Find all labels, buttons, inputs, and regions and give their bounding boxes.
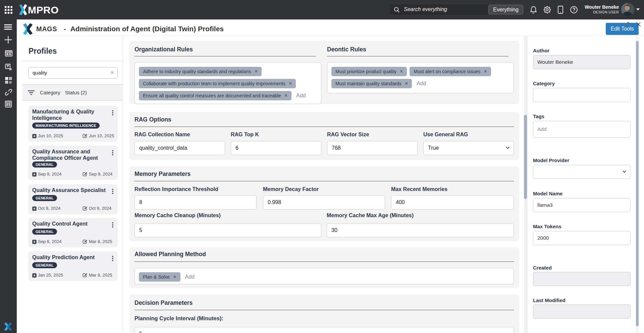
svg-text:MPRO: MPRO	[28, 4, 59, 15]
